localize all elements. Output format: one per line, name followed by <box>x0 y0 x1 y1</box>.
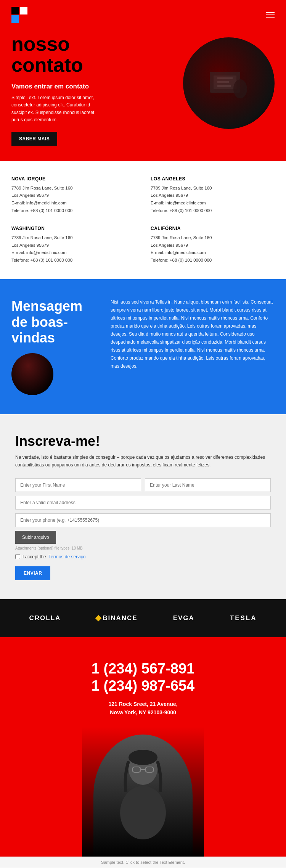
phone-2: 1 (234) 987-654 <box>11 677 275 695</box>
location-california: CALIFÓRNIA 7789 Jim Rosa Lane, Suite 160… <box>151 226 275 264</box>
location-nova-iorque: NOVA IORQUE 7789 Jim Rosa Lane, Suite 16… <box>11 176 135 214</box>
mensagem-title: Mensagem de boas-vindas <box>11 298 95 346</box>
navbar <box>0 0 286 30</box>
contact-section: 1 (234) 567-891 1 (234) 987-654 121 Rock… <box>0 637 286 857</box>
terms-checkbox[interactable] <box>15 554 20 559</box>
contact-address: 121 Rock Sreet, 21 Avenue, <box>11 701 275 707</box>
terms-row: I accept the Termos de serviço <box>15 554 271 559</box>
location-email: E-mail: info@mediclinic.com <box>151 199 275 207</box>
inscreva-title: Inscreva-me! <box>15 433 271 449</box>
location-address: 7789 Jim Rosa Lane, Suite 160 <box>151 185 275 192</box>
mensagem-section: Mensagem de boas-vindas Nisi lacus sed v… <box>0 279 286 414</box>
phone-input[interactable] <box>15 513 271 527</box>
hero-text: nosso contato Vamos entrar em contato Si… <box>11 34 183 146</box>
inscreva-description: Na verdade, isto é bastante simples de c… <box>15 454 271 468</box>
hero-title: nosso contato <box>11 34 175 75</box>
inscreva-section: Inscreva-me! Na verdade, isto é bastante… <box>0 414 286 599</box>
locations-section: NOVA IORQUE 7789 Jim Rosa Lane, Suite 16… <box>0 161 286 279</box>
location-phone: Telefone: +88 (0) 101 0000 000 <box>11 207 135 215</box>
contact-city: Nova York, NY 92103-9000 <box>11 709 275 715</box>
mensagem-avatar <box>11 353 53 395</box>
upload-button[interactable]: Subir arquivo <box>15 531 56 544</box>
svg-rect-4 <box>217 85 231 87</box>
location-city: Los Angeles 95679 <box>11 242 135 249</box>
location-email: E-mail: info@mediclinic.com <box>151 249 275 257</box>
mensagem-body: Nisi lacus sed viverra Tellus in. Nunc a… <box>111 298 275 370</box>
hamburger-icon[interactable] <box>266 12 275 18</box>
brand-binance-label: BINANCE <box>103 614 137 622</box>
file-hint: Attachments (optional) file types: 10 MB <box>15 546 271 550</box>
location-los-angeles: LOS ANGELES 7789 Jim Rosa Lane, Suite 16… <box>151 176 275 214</box>
sample-text-bar: Sample text. Click to select the Text El… <box>0 857 286 868</box>
location-phone: Telefone: +88 (0) 101 0000 000 <box>151 207 275 215</box>
location-phone: Telefone: +88 (0) 101 0000 000 <box>11 257 135 264</box>
location-washington: WASHINGTON 7789 Jim Rosa Lane, Suite 160… <box>11 226 135 264</box>
location-email: E-mail: info@mediclinic.com <box>11 199 135 207</box>
location-city: Los Angeles 95679 <box>11 192 135 199</box>
hero-subtitle: Vamos entrar em contato <box>11 83 175 90</box>
terms-link[interactable]: Termos de serviço <box>48 554 85 559</box>
name-row <box>15 478 271 492</box>
terms-label: I accept the <box>22 554 46 559</box>
location-city: Los Angeles 95679 <box>151 192 275 199</box>
svg-rect-2 <box>217 77 233 79</box>
phone-1: 1 (234) 567-891 <box>11 660 275 678</box>
mensagem-left: Mensagem de boas-vindas <box>11 298 95 395</box>
location-city: Los Angeles 95679 <box>151 242 275 249</box>
location-name: CALIFÓRNIA <box>151 226 275 231</box>
location-phone: Telefone: +88 (0) 101 0000 000 <box>151 257 275 264</box>
upload-row: Subir arquivo Attachments (optional) fil… <box>15 531 271 550</box>
location-address: 7789 Jim Rosa Lane, Suite 160 <box>11 185 135 192</box>
hero-content: nosso contato Vamos entrar em contato Si… <box>0 30 286 161</box>
brands-section: CROLLA BINANCE EVGA TESLA <box>0 599 286 637</box>
svg-point-11 <box>129 750 157 765</box>
location-email: E-mail: info@mediclinic.com <box>11 249 135 257</box>
enviar-button[interactable]: ENVIAR <box>15 566 50 580</box>
hero-description: Simple Text. Lorem ipsum dolor sit amet,… <box>11 94 99 124</box>
location-address: 7789 Jim Rosa Lane, Suite 160 <box>11 234 135 242</box>
email-input[interactable] <box>15 496 271 510</box>
brand-binance: BINANCE <box>96 614 137 622</box>
contact-phones: 1 (234) 567-891 1 (234) 987-654 <box>11 660 275 695</box>
location-address: 7789 Jim Rosa Lane, Suite 160 <box>151 234 275 242</box>
binance-diamond-icon <box>95 615 102 621</box>
brand-tesla: TESLA <box>230 614 257 622</box>
last-name-input[interactable] <box>145 478 271 492</box>
saber-mais-button[interactable]: SABER MAIS <box>11 132 57 146</box>
location-name: LOS ANGELES <box>151 176 275 182</box>
hero-section: nosso contato Vamos entrar em contato Si… <box>0 0 286 161</box>
brand-crolla: CROLLA <box>29 614 61 622</box>
svg-point-5 <box>233 79 247 98</box>
brand-evga: EVGA <box>173 614 194 622</box>
svg-point-10 <box>120 786 166 839</box>
first-name-input[interactable] <box>15 478 141 492</box>
logo-icon[interactable] <box>11 7 27 23</box>
location-name: NOVA IORQUE <box>11 176 135 182</box>
contact-person-image <box>82 727 204 857</box>
location-name: WASHINGTON <box>11 226 135 231</box>
svg-rect-3 <box>217 81 229 83</box>
hero-image <box>183 37 275 129</box>
